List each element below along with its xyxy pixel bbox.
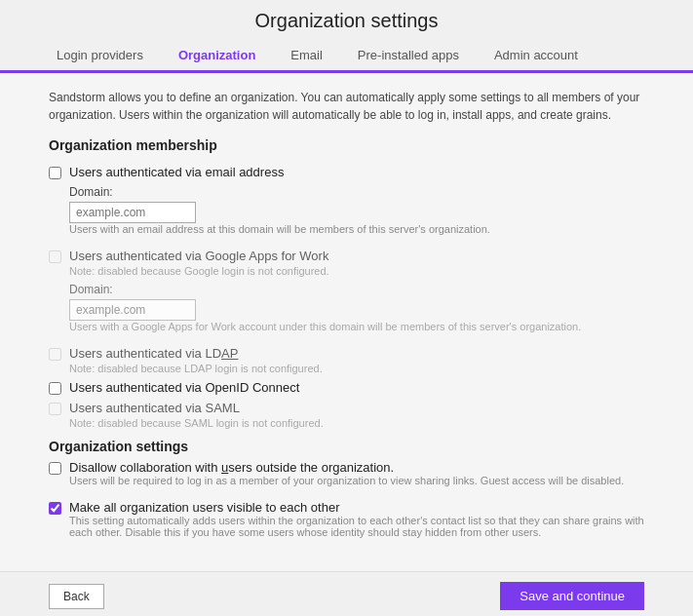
back-button[interactable]: Back — [49, 584, 104, 609]
opt-saml-checkbox[interactable] — [49, 403, 61, 415]
main-window: Organization settings Login providers Or… — [0, 0, 693, 616]
opt-email-checkbox[interactable] — [49, 167, 61, 179]
opt-google-domain-input[interactable] — [69, 299, 196, 321]
option-openid-row: Users authenticated via OpenID Connect — [49, 380, 644, 395]
opt-email-domain-label: Domain: — [69, 185, 644, 199]
tab-login-providers[interactable]: Login providers — [39, 40, 161, 73]
opt-email-content: Users authenticated via email address Do… — [69, 165, 644, 243]
opt-ldap-label[interactable]: Users authenticated via LDAP — [69, 346, 238, 361]
opt-visible-checkbox[interactable] — [49, 502, 61, 515]
opt-saml-label[interactable]: Users authenticated via SAML — [69, 401, 240, 415]
option-disallow-row: Disallow collaboration with users outsid… — [49, 460, 644, 494]
opt-ldap-content: Users authenticated via LDAP Note: disab… — [69, 346, 644, 374]
tab-bar: Login providers Organization Email Pre-i… — [0, 40, 693, 73]
opt-saml-note: Note: disabled because SAML login is not… — [69, 417, 644, 429]
opt-ldap-note: Note: disabled because LDAP login is not… — [69, 363, 644, 374]
opt-openid-content: Users authenticated via OpenID Connect — [69, 380, 644, 395]
footer: Back Save and continue — [0, 571, 693, 616]
opt-ldap-checkbox[interactable] — [49, 348, 61, 361]
save-button[interactable]: Save and continue — [500, 582, 644, 610]
settings-title: Organization settings — [49, 439, 644, 454]
opt-google-help: Users with a Google Apps for Work accoun… — [69, 321, 644, 332]
content-area: Sandstorm allows you to define an organi… — [0, 73, 693, 571]
opt-visible-content: Make all organization users visible to e… — [69, 500, 644, 546]
opt-google-checkbox[interactable] — [49, 250, 61, 263]
option-visible-row: Make all organization users visible to e… — [49, 500, 644, 546]
option-google-row: Users authenticated via Google Apps for … — [49, 249, 644, 340]
opt-disallow-checkbox[interactable] — [49, 462, 61, 475]
opt-email-domain-input[interactable] — [69, 202, 196, 223]
page-title: Organization settings — [0, 0, 693, 40]
tab-organization[interactable]: Organization — [161, 40, 273, 73]
opt-disallow-content: Disallow collaboration with users outsid… — [69, 460, 644, 494]
opt-openid-checkbox[interactable] — [49, 382, 61, 395]
opt-email-help: Users with an email address at this doma… — [69, 223, 644, 235]
opt-visible-help: This setting automatically adds users wi… — [69, 515, 644, 538]
intro-paragraph: Sandstorm allows you to define an organi… — [49, 89, 644, 124]
tab-email[interactable]: Email — [273, 40, 340, 73]
tab-admin-account[interactable]: Admin account — [477, 40, 596, 73]
opt-saml-content: Users authenticated via SAML Note: disab… — [69, 401, 644, 429]
tab-pre-installed-apps[interactable]: Pre-installed apps — [340, 40, 477, 73]
opt-email-label[interactable]: Users authenticated via email address — [69, 165, 284, 179]
option-email-row: Users authenticated via email address Do… — [49, 165, 644, 243]
opt-google-label[interactable]: Users authenticated via Google Apps for … — [69, 249, 328, 263]
opt-google-domain-label: Domain: — [69, 283, 644, 296]
opt-openid-label[interactable]: Users authenticated via OpenID Connect — [69, 380, 299, 395]
opt-google-note: Note: disabled because Google login is n… — [69, 265, 644, 277]
membership-title: Organization membership — [49, 137, 644, 153]
opt-visible-label[interactable]: Make all organization users visible to e… — [69, 500, 339, 515]
opt-disallow-help: Users will be required to log in as a me… — [69, 475, 644, 486]
option-ldap-row: Users authenticated via LDAP Note: disab… — [49, 346, 644, 374]
option-saml-row: Users authenticated via SAML Note: disab… — [49, 401, 644, 429]
opt-google-content: Users authenticated via Google Apps for … — [69, 249, 644, 340]
opt-disallow-label[interactable]: Disallow collaboration with users outsid… — [69, 460, 394, 475]
